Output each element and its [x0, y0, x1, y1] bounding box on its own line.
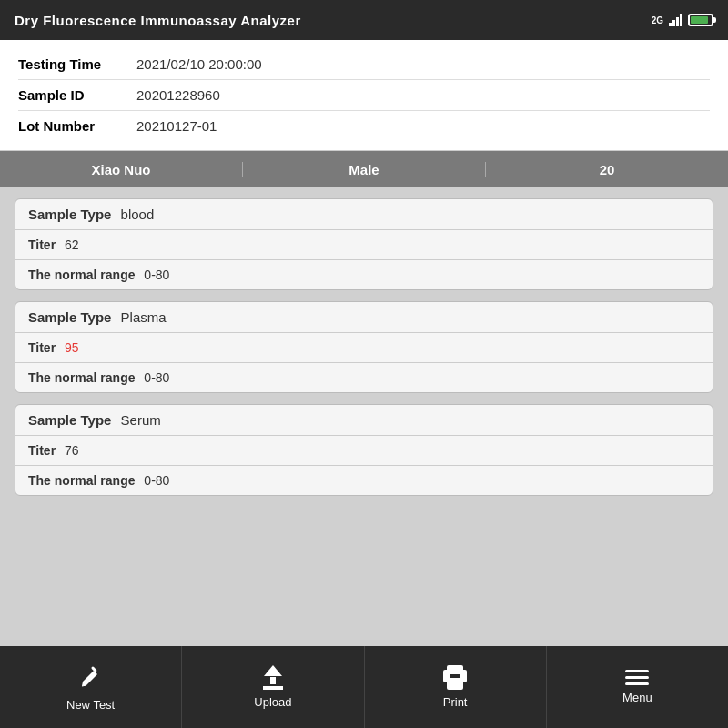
lot-number-value: 20210127-01 [136, 118, 217, 134]
titer-label: Titer [28, 340, 56, 355]
battery-fill [691, 16, 708, 24]
battery-icon [688, 14, 713, 26]
titer-label: Titer [28, 238, 56, 252]
titer-row: Titer 62 [15, 230, 713, 260]
test-card: Sample Type bloodTiter 62The normal rang… [15, 198, 713, 290]
sample-type-row: Sample Type Plasma [15, 302, 713, 333]
print-icon [443, 665, 467, 690]
test-card: Sample Type SerumTiter 76The normal rang… [15, 404, 713, 496]
upload-icon [263, 665, 283, 690]
sample-type-row: Sample Type blood [15, 199, 713, 230]
sample-type-label: Sample Type [28, 309, 111, 325]
sample-id-row: Sample ID 20201228960 [18, 80, 710, 111]
normal-range-value: 0-80 [140, 268, 169, 282]
menu-icon [625, 670, 649, 685]
testing-time-value: 2021/02/10 20:00:00 [136, 56, 262, 72]
lot-number-label: Lot Number [18, 118, 136, 134]
titer-label: Titer [28, 443, 56, 458]
sample-type-value: Serum [116, 412, 160, 428]
print-button[interactable]: Print [365, 646, 547, 728]
sample-type-label: Sample Type [28, 412, 111, 428]
sample-type-row: Sample Type Serum [15, 405, 713, 436]
signal-icon [669, 14, 682, 26]
normal-range-row: The normal range 0-80 [15, 466, 713, 495]
new-test-label: New Test [66, 698, 115, 712]
testing-time-row: Testing Time 2021/02/10 20:00:00 [18, 49, 710, 80]
normal-range-label: The normal range [28, 370, 135, 385]
cards-container: Sample Type bloodTiter 62The normal rang… [0, 187, 728, 646]
normal-range-label: The normal range [28, 473, 135, 488]
new-test-button[interactable]: New Test [0, 646, 182, 728]
titer-value: 76 [61, 443, 78, 458]
upload-label: Upload [254, 695, 291, 709]
test-card: Sample Type PlasmaTiter 95The normal ran… [15, 301, 713, 393]
normal-range-label: The normal range [28, 268, 135, 282]
new-test-icon [78, 663, 104, 693]
menu-label: Menu [622, 691, 652, 704]
titer-value: 62 [61, 238, 78, 252]
menu-button[interactable]: Menu [547, 646, 728, 728]
lot-number-row: Lot Number 20210127-01 [18, 111, 710, 141]
network-indicator: 2G [652, 15, 663, 25]
status-icons: 2G [652, 14, 713, 26]
sample-id-label: Sample ID [18, 87, 136, 103]
patient-header: Xiao Nuo Male 20 [0, 151, 728, 187]
normal-range-row: The normal range 0-80 [15, 363, 713, 392]
print-label: Print [443, 695, 468, 709]
sample-type-value: Plasma [116, 309, 166, 325]
patient-gender: Male [243, 162, 486, 177]
patient-name: Xiao Nuo [0, 162, 243, 177]
bottom-nav: New Test Upload Print Menu [0, 646, 728, 728]
sample-id-value: 20201228960 [136, 87, 220, 103]
status-bar: Dry Fluorescence Immunoassay Analyzer 2G [0, 0, 728, 40]
patient-age: 20 [486, 162, 728, 177]
normal-range-row: The normal range 0-80 [15, 260, 713, 289]
normal-range-value: 0-80 [140, 370, 169, 385]
sample-type-label: Sample Type [28, 207, 111, 222]
info-section: Testing Time 2021/02/10 20:00:00 Sample … [0, 40, 728, 151]
testing-time-label: Testing Time [18, 56, 136, 72]
normal-range-value: 0-80 [140, 473, 169, 488]
sample-type-value: blood [116, 207, 154, 222]
titer-row: Titer 95 [15, 333, 713, 363]
app-title: Dry Fluorescence Immunoassay Analyzer [15, 13, 301, 28]
titer-row: Titer 76 [15, 436, 713, 466]
upload-button[interactable]: Upload [182, 646, 364, 728]
titer-value: 95 [61, 340, 78, 355]
main-content: Testing Time 2021/02/10 20:00:00 Sample … [0, 40, 728, 646]
